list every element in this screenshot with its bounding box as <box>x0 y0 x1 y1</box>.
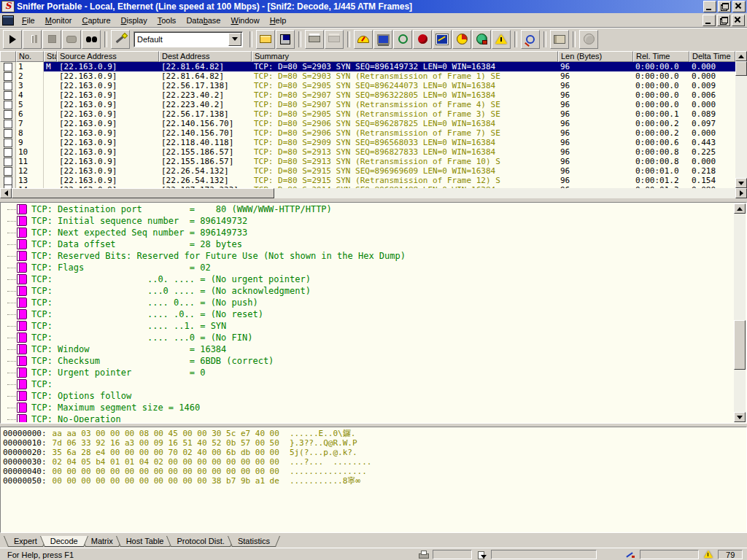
packet-row[interactable]: 13[22.163.0.9][22.26.54.132]TCP: D=80 S=… <box>0 176 735 185</box>
decode-line[interactable]: TCP: Urgent pointer = 0 <box>1 367 734 378</box>
decode-line[interactable]: TCP: ...0 .... = (No acknowledgment) <box>1 285 734 297</box>
decode-line[interactable]: TCP: Flags = 02 <box>1 262 734 273</box>
save-file-button[interactable] <box>276 30 295 49</box>
column-header-delta-time[interactable]: Delta Time <box>689 51 735 62</box>
decode-scroll-down-button[interactable] <box>734 412 746 422</box>
decode-vscroll-thumb[interactable] <box>734 320 746 370</box>
mdi-child-icon[interactable] <box>2 15 14 26</box>
hex-line[interactable]: 00000050:00 00 00 00 00 00 00 00 00 00 0… <box>3 476 746 486</box>
decode-line[interactable]: TCP: Next expected Seq number = 89614973… <box>1 227 734 238</box>
frame-checkbox[interactable] <box>4 63 12 71</box>
dashboard-button[interactable] <box>354 30 373 49</box>
packet-row[interactable]: 11[22.163.0.9][22.155.186.57]TCP: D=80 S… <box>0 157 735 166</box>
column-header-rel-time[interactable]: Rel. Time <box>633 51 689 62</box>
tab-statistics[interactable]: Statistics <box>228 536 280 547</box>
menu-tools[interactable]: Tools <box>152 15 182 26</box>
decode-line[interactable]: TCP: Maximum segment size = 1460 <box>1 402 734 413</box>
tab-decode[interactable]: Decode <box>40 536 88 547</box>
packet-row[interactable]: 12[22.163.0.9][22.26.54.132]TCP: D=80 S=… <box>0 166 735 176</box>
decode-line[interactable]: TCP: Window = 16384 <box>1 343 734 355</box>
global-statistics-button[interactable] <box>472 30 491 49</box>
host-table-button[interactable] <box>374 30 392 49</box>
filter-dropdown-button[interactable] <box>228 33 241 46</box>
print-button[interactable] <box>305 30 324 49</box>
hex-line[interactable]: 00000010:7d 06 33 92 16 a3 00 09 16 51 4… <box>3 438 746 448</box>
menu-capture[interactable]: Capture <box>77 15 115 26</box>
vscroll-thumb[interactable] <box>735 61 747 76</box>
packet-row[interactable]: 5[22.163.0.9][22.223.40.2]TCP: D=80 S=29… <box>0 100 735 109</box>
filter-select[interactable]: Default <box>133 31 243 47</box>
child-minimize-button[interactable] <box>703 15 716 26</box>
frame-checkbox[interactable] <box>4 82 12 90</box>
menu-window[interactable]: Window <box>226 15 265 26</box>
menu-help[interactable]: Help <box>265 15 292 26</box>
decode-line[interactable]: TCP: Data offset = 28 bytes <box>1 238 734 250</box>
frame-checkbox[interactable] <box>4 158 12 166</box>
frame-checkbox[interactable] <box>4 129 12 138</box>
scroll-down-button[interactable] <box>735 178 747 188</box>
decode-line[interactable]: TCP: <box>1 378 734 390</box>
column-header-len-bytes-[interactable]: Len (Bytes) <box>558 51 633 62</box>
hex-line[interactable]: 00000030:02 04 05 b4 01 01 04 02 00 00 0… <box>3 457 746 467</box>
pause-capture-button[interactable] <box>23 30 42 49</box>
close-button[interactable] <box>732 1 746 12</box>
application-response-time-button[interactable] <box>413 30 432 49</box>
minimize-button[interactable] <box>703 1 716 12</box>
hex-line[interactable]: 00000000:aa aa 03 00 00 00 08 00 45 00 0… <box>3 429 746 438</box>
stop-and-display-button[interactable] <box>62 30 81 49</box>
decode-line[interactable]: TCP: Reserved Bits: Reserved for Future … <box>1 250 734 262</box>
column-header-dest-address[interactable]: Dest Address <box>159 51 252 62</box>
address-book-button[interactable] <box>550 30 569 49</box>
decode-line[interactable]: TCP: Destination port = 80 (WWW/WWW-HTTP… <box>1 203 734 215</box>
decode-line[interactable]: TCP: .... ..1. = SYN <box>1 320 734 332</box>
decode-line[interactable]: TCP: Options follow <box>1 390 734 402</box>
frame-checkbox[interactable] <box>4 120 12 128</box>
packet-row[interactable]: 4[22.163.0.9][22.223.40.2]TCP: D=80 S=29… <box>0 90 735 100</box>
menu-database[interactable]: Database <box>181 15 225 26</box>
disabled-tool-button[interactable] <box>579 30 598 49</box>
decode-line[interactable]: TCP: No-Operation <box>1 413 734 422</box>
decode-line[interactable]: TCP: Initial sequence number = 896149732 <box>1 215 734 227</box>
open-file-button[interactable] <box>256 30 275 49</box>
child-close-button[interactable] <box>732 15 745 26</box>
decode-line[interactable]: TCP: .... ...0 = (No FIN) <box>1 332 734 343</box>
scroll-right-button[interactable] <box>735 188 747 198</box>
start-capture-button[interactable] <box>3 30 22 49</box>
frame-checkbox[interactable] <box>4 167 12 176</box>
packet-row[interactable]: 1M[22.163.0.9][22.81.64.82]TCP: D=80 S=2… <box>0 62 735 71</box>
alarm-log-button[interactable] <box>492 30 511 49</box>
frame-checkbox[interactable] <box>4 72 12 81</box>
define-filter-button[interactable] <box>111 30 130 49</box>
hscroll-thumb[interactable] <box>12 188 274 198</box>
column-header-no-[interactable]: No. <box>16 51 44 62</box>
matrix-button[interactable] <box>393 30 412 49</box>
frame-checkbox[interactable] <box>4 148 12 157</box>
packet-row[interactable]: 8[22.163.0.9][22.140.156.70]TCP: D=80 S=… <box>0 128 735 138</box>
column-header-source-address[interactable]: Source Address <box>57 51 159 62</box>
tab-protocol-dist-[interactable]: Protocol Dist. <box>166 536 234 547</box>
find-frame-button[interactable] <box>82 30 101 49</box>
packet-list-vscrollbar[interactable] <box>735 51 747 188</box>
frame-checkbox[interactable] <box>4 176 12 185</box>
protocol-distribution-button[interactable] <box>452 30 471 49</box>
packet-row[interactable]: 2[22.163.0.9][22.81.64.82]TCP: D=80 S=29… <box>0 71 735 81</box>
history-samples-button[interactable] <box>433 30 452 49</box>
column-header-summary[interactable]: Summary <box>252 51 558 62</box>
restore-button[interactable] <box>718 1 731 12</box>
decode-vscrollbar[interactable] <box>734 203 746 422</box>
packet-row[interactable]: 3[22.163.0.9][22.56.17.138]TCP: D=80 S=2… <box>0 81 735 90</box>
scroll-left-button[interactable] <box>0 188 12 198</box>
tab-host-table[interactable]: Host Table <box>116 536 174 547</box>
decode-line[interactable]: TCP: ..0. .... = (No urgent pointer) <box>1 273 734 285</box>
menu-file[interactable]: File <box>17 15 40 26</box>
frame-checkbox[interactable] <box>4 139 12 147</box>
packet-row[interactable]: 9[22.163.0.9][22.118.40.118]TCP: D=80 S=… <box>0 138 735 147</box>
scroll-up-button[interactable] <box>735 51 747 61</box>
frame-checkbox[interactable] <box>4 101 12 109</box>
child-restore-button[interactable] <box>717 15 730 26</box>
packet-row[interactable]: 7[22.163.0.9][22.140.156.70]TCP: D=80 S=… <box>0 119 735 128</box>
packet-list-hscrollbar[interactable] <box>0 188 747 198</box>
display-filter-button[interactable] <box>521 30 540 49</box>
packet-row[interactable]: 10[22.163.0.9][22.155.186.57]TCP: D=80 S… <box>0 147 735 157</box>
decode-line[interactable]: TCP: .... 0... = (No push) <box>1 297 734 308</box>
